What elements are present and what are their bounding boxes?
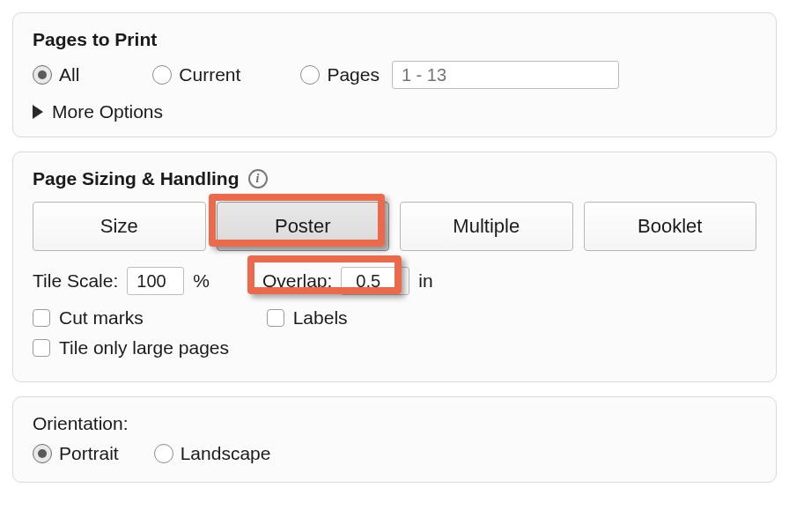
orientation-title: Orientation: (33, 413, 756, 434)
radio-icon (152, 65, 172, 85)
radio-portrait[interactable]: Portrait (33, 443, 119, 464)
checkbox-labels[interactable]: Labels (267, 307, 348, 329)
tab-multiple[interactable]: Multiple (400, 202, 573, 251)
tab-size[interactable]: Size (33, 202, 206, 251)
tab-multiple-label: Multiple (453, 215, 520, 238)
radio-landscape[interactable]: Landscape (154, 443, 271, 464)
overlap-label: Overlap: (262, 270, 332, 292)
radio-pages[interactable]: Pages (300, 64, 380, 85)
tile-only-large-label: Tile only large pages (59, 337, 229, 358)
radio-all[interactable]: All (33, 64, 79, 85)
orientation-panel: Orientation: Portrait Landscape (12, 396, 777, 483)
checkbox-icon (267, 309, 284, 327)
radio-icon (33, 444, 52, 463)
tab-booklet-label: Booklet (638, 215, 702, 238)
labels-label: Labels (293, 307, 348, 329)
tab-poster[interactable]: Poster (217, 202, 390, 251)
tab-size-label: Size (100, 215, 138, 238)
checkbox-cut-marks[interactable]: Cut marks (33, 307, 144, 329)
pages-range-input[interactable] (392, 61, 619, 89)
page-sizing-panel: Page Sizing & Handling i Size Poster Mul… (12, 151, 777, 382)
portrait-label: Portrait (59, 443, 119, 464)
tile-row: Tile Scale: % Overlap: in (33, 267, 756, 295)
tab-booklet[interactable]: Booklet (584, 202, 757, 251)
tile-scale-unit: % (193, 270, 210, 292)
pages-to-print-title: Pages to Print (33, 29, 756, 50)
landscape-label: Landscape (181, 443, 271, 464)
overlap-input[interactable] (341, 267, 409, 295)
pages-to-print-panel: Pages to Print All Current Pages More Op… (12, 12, 777, 137)
overlap-unit: in (418, 270, 432, 292)
radio-icon (154, 444, 173, 463)
radio-icon (33, 65, 52, 85)
radio-pages-label: Pages (327, 64, 380, 85)
checkbox-icon (33, 309, 50, 327)
tile-scale-label: Tile Scale: (33, 270, 118, 292)
tile-scale-input[interactable] (127, 267, 184, 295)
radio-current-label: Current (179, 64, 240, 85)
checkbox-icon (33, 339, 50, 357)
more-options-label: More Options (52, 101, 163, 122)
cut-marks-label: Cut marks (59, 307, 144, 329)
checkbox-tile-only-large[interactable]: Tile only large pages (33, 337, 229, 358)
radio-current[interactable]: Current (152, 64, 240, 85)
info-icon[interactable]: i (248, 169, 268, 188)
tab-poster-label: Poster (275, 215, 331, 238)
more-options-toggle[interactable]: More Options (33, 101, 756, 122)
radio-icon (300, 65, 320, 85)
page-sizing-title: Page Sizing & Handling (33, 168, 240, 189)
radio-all-label: All (59, 64, 79, 85)
sizing-tabs: Size Poster Multiple Booklet (33, 202, 756, 251)
disclosure-triangle-icon (33, 105, 43, 119)
